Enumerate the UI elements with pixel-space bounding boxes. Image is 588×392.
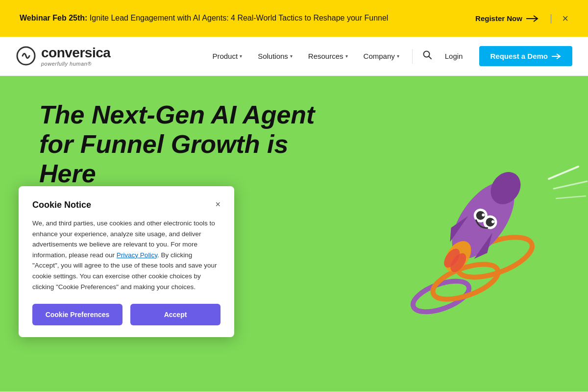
svg-line-3 (429, 56, 431, 59)
promo-banner: Webinar Feb 25th: Ignite Lead Engagement… (0, 0, 588, 37)
logo-icon (16, 46, 36, 66)
login-button[interactable]: Login (438, 48, 470, 64)
nav-item-solutions[interactable]: Solutions ▾ (251, 48, 299, 64)
svg-line-21 (549, 167, 578, 179)
nav-item-resources[interactable]: Resources ▾ (301, 48, 355, 64)
search-button[interactable] (418, 46, 436, 66)
nav-company-label: Company (364, 52, 395, 60)
login-label: Login (445, 52, 463, 60)
nav-solutions-label: Solutions (258, 52, 288, 60)
chevron-down-icon: ▾ (345, 53, 348, 59)
rocket-svg (353, 91, 588, 365)
register-label: Register Now (475, 14, 522, 23)
arrow-right-icon (526, 15, 540, 23)
request-demo-button[interactable]: Request a Demo (479, 46, 572, 66)
banner-text: Webinar Feb 25th: Ignite Lead Engagement… (20, 13, 388, 24)
nav-item-company[interactable]: Company ▾ (357, 48, 406, 64)
nav-product-label: Product (212, 52, 238, 60)
privacy-policy-link[interactable]: Privacy Policy (117, 251, 157, 259)
cookie-modal: Cookie Notice × We, and third parties, u… (19, 186, 234, 337)
nav-divider (412, 49, 413, 64)
hero-title: The Next-Gen AI Agent for Funnel Growth … (39, 100, 323, 188)
chevron-down-icon: ▾ (240, 53, 242, 59)
cookie-close-button[interactable]: × (215, 200, 220, 209)
chevron-down-icon: ▾ (397, 53, 399, 59)
banner-bold: Webinar Feb 25th: (20, 14, 87, 22)
svg-line-22 (554, 181, 587, 189)
banner-right: Register Now | × (475, 12, 568, 25)
logo-tagline: powerfully human® (41, 61, 110, 67)
navbar: conversica powerfully human® Product ▾ S… (0, 37, 588, 76)
cookie-body: We, and third parties, use cookies and o… (32, 218, 220, 292)
logo[interactable]: conversica powerfully human® (16, 46, 110, 67)
search-icon (422, 50, 432, 60)
register-now-button[interactable]: Register Now (475, 14, 540, 23)
arrow-right-icon (552, 53, 562, 60)
hero-illustration (353, 91, 588, 365)
banner-rest: Ignite Lead Engagement with AI Agents: 4… (87, 14, 388, 22)
nav-links: Product ▾ Solutions ▾ Resources ▾ Compan… (205, 46, 572, 66)
banner-divider: | (550, 13, 552, 24)
cookie-preferences-button[interactable]: Cookie Preferences (32, 304, 122, 325)
request-demo-label: Request a Demo (490, 52, 548, 60)
nav-item-product[interactable]: Product ▾ (205, 48, 249, 64)
chevron-down-icon: ▾ (290, 53, 293, 59)
cookie-title: Cookie Notice (32, 200, 91, 210)
logo-name: conversica (41, 46, 110, 61)
cookie-buttons: Cookie Preferences Accept (32, 304, 220, 325)
logo-text: conversica powerfully human® (41, 46, 110, 67)
nav-resources-label: Resources (308, 52, 343, 60)
cookie-accept-button[interactable]: Accept (130, 304, 220, 325)
banner-close-button[interactable]: × (562, 12, 568, 25)
cookie-header: Cookie Notice × (32, 200, 220, 210)
svg-line-23 (556, 196, 586, 198)
